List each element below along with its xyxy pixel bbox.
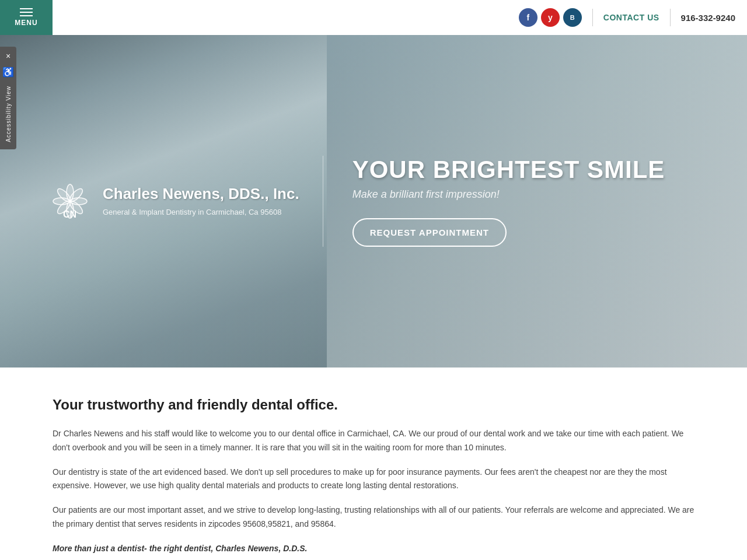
hero-content: CN Charles Newens, DDS., Inc. General & … [0, 156, 665, 247]
brand-name: Charles Newens, DDS., Inc. [103, 185, 299, 203]
content-paragraphs: Dr Charles Newens and his staff would li… [53, 427, 700, 560]
wheelchair-icon: ♿ [2, 63, 14, 81]
social-icons-group: f y B [519, 8, 582, 27]
italic-bold-text: More than just a dentist- the right dent… [53, 542, 700, 556]
accessibility-view-label: Accessibility View [5, 81, 12, 147]
nav-divider [592, 9, 593, 26]
section-title: Your trustworthy and friendly dental off… [53, 397, 700, 413]
nav-right-section: f y B CONTACT US 916-332-9240 [519, 8, 735, 27]
contact-us-link[interactable]: CONTACT US [603, 13, 659, 22]
brand-text: Charles Newens, DDS., Inc. General & Imp… [103, 185, 299, 217]
main-content: Your trustworthy and friendly dental off… [0, 368, 747, 560]
paragraph-3: Our patients are our most important asse… [53, 503, 700, 531]
yelp-icon[interactable]: y [541, 8, 560, 27]
menu-button[interactable]: MENU [0, 0, 53, 35]
nav-divider-2 [670, 9, 671, 26]
hero-branding: CN Charles Newens, DDS., Inc. General & … [47, 156, 323, 247]
paragraph-2: Our dentistry is state of the art eviden… [53, 466, 700, 494]
paragraph-1: Dr Charles Newens and his staff would li… [53, 427, 700, 455]
facebook-icon[interactable]: f [519, 8, 537, 27]
hero-section: CN Charles Newens, DDS., Inc. General & … [0, 35, 747, 368]
top-navigation: MENU f y B CONTACT US 916-332-9240 [0, 0, 747, 35]
brand-tagline: General & Implant Dentistry in Carmichae… [103, 207, 299, 218]
menu-label: MENU [15, 19, 37, 27]
hamburger-icon [20, 8, 33, 16]
hero-headline: YOUR BRIGHTEST SMILE [352, 156, 665, 184]
accessibility-sidebar: × ♿ Accessibility View [0, 47, 16, 149]
hero-subheadline: Make a brilliant first impression! [352, 188, 665, 201]
hero-tagline: YOUR BRIGHTEST SMILE Make a brilliant fi… [347, 156, 665, 247]
bbb-icon[interactable]: B [563, 8, 582, 27]
accessibility-close-button[interactable]: × [4, 49, 13, 63]
brand-logo: CN [47, 178, 93, 225]
phone-number: 916-332-9240 [681, 13, 735, 23]
svg-text:CN: CN [63, 209, 76, 219]
request-appointment-button[interactable]: REQUEST APPOINTMENT [352, 218, 507, 247]
